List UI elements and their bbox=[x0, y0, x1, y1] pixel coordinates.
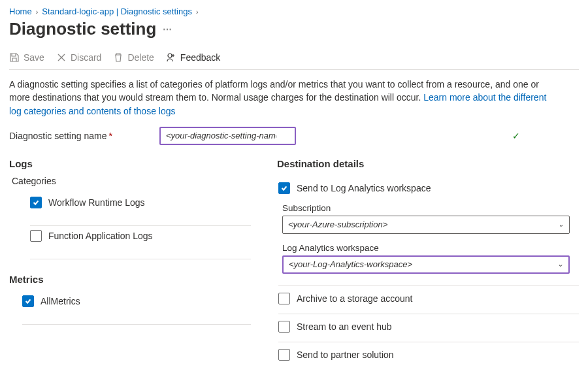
discard-icon bbox=[56, 52, 67, 63]
send-to-law-checkbox[interactable] bbox=[278, 182, 290, 194]
send-to-law-label: Send to Log Analytics workspace bbox=[297, 183, 431, 193]
categories-heading: Categories bbox=[12, 176, 251, 186]
setting-name-label-text: Diagnostic setting name bbox=[9, 131, 106, 141]
save-icon bbox=[9, 52, 20, 63]
breadcrumb-home[interactable]: Home bbox=[9, 7, 32, 16]
discard-label: Discard bbox=[71, 52, 101, 63]
workspace-value: <your-Log-Analytics-workspace> bbox=[289, 259, 412, 269]
workflow-runtime-logs-checkbox[interactable] bbox=[30, 197, 42, 208]
discard-button[interactable]: Discard bbox=[56, 52, 101, 63]
page-title-text: Diagnostic setting bbox=[9, 19, 156, 39]
all-metrics-label: AllMetrics bbox=[41, 296, 80, 306]
breadcrumb: Home › Standard-logic-app | Diagnostic s… bbox=[9, 7, 579, 16]
subscription-value: <your-Azure-subscription> bbox=[288, 220, 387, 229]
validation-check-icon: ✓ bbox=[512, 131, 520, 141]
all-metrics-checkbox[interactable] bbox=[22, 295, 34, 307]
function-application-logs-checkbox[interactable] bbox=[30, 230, 42, 242]
send-partner-label: Send to partner solution bbox=[297, 350, 394, 360]
send-partner-checkbox[interactable] bbox=[278, 349, 290, 361]
stream-eventhub-checkbox[interactable] bbox=[278, 321, 290, 333]
subscription-label: Subscription bbox=[282, 203, 579, 213]
destination-archive: Archive to a storage account bbox=[278, 286, 579, 314]
svg-point-0 bbox=[168, 54, 172, 57]
logs-heading: Logs bbox=[9, 158, 251, 169]
feedback-button[interactable]: Feedback bbox=[166, 52, 220, 63]
delete-label: Delete bbox=[127, 52, 154, 63]
workspace-label: Log Analytics workspace bbox=[282, 243, 579, 253]
function-application-logs-label: Function Application Logs bbox=[48, 231, 153, 241]
delete-icon bbox=[113, 52, 123, 63]
setting-name-row: Diagnostic setting name* ✓ bbox=[9, 127, 579, 145]
destination-law: Send to Log Analytics workspace Subscrip… bbox=[278, 176, 579, 286]
description: A diagnostic setting specifies a list of… bbox=[9, 78, 558, 118]
more-menu[interactable]: ⋯ bbox=[163, 24, 172, 35]
required-asterisk: * bbox=[108, 131, 112, 141]
metric-row: AllMetrics bbox=[22, 291, 251, 325]
destination-eventhub: Stream to an event hub bbox=[278, 314, 579, 342]
chevron-down-icon: ⌄ bbox=[557, 260, 563, 269]
workspace-dropdown[interactable]: <your-Log-Analytics-workspace> ⌄ bbox=[282, 255, 570, 274]
destination-partner: Send to partner solution bbox=[278, 342, 579, 370]
page-title: Diagnostic setting ⋯ bbox=[9, 19, 579, 39]
chevron-right-icon: › bbox=[36, 8, 39, 16]
chevron-right-icon: › bbox=[196, 8, 199, 16]
workflow-runtime-logs-label: Workflow Runtime Logs bbox=[48, 197, 145, 208]
subscription-dropdown[interactable]: <your-Azure-subscription> ⌄ bbox=[282, 216, 570, 234]
feedback-label: Feedback bbox=[180, 52, 220, 63]
log-category-row: Function Application Logs bbox=[30, 226, 251, 259]
archive-storage-label: Archive to a storage account bbox=[297, 293, 412, 304]
destination-heading: Destination details bbox=[277, 158, 579, 169]
save-label: Save bbox=[24, 52, 44, 63]
setting-name-label: Diagnostic setting name* bbox=[9, 131, 159, 141]
command-bar: Save Discard Delete Feedback bbox=[9, 51, 579, 70]
archive-storage-checkbox[interactable] bbox=[278, 293, 290, 304]
save-button[interactable]: Save bbox=[9, 52, 44, 63]
log-category-row: Workflow Runtime Logs bbox=[30, 193, 251, 226]
stream-eventhub-label: Stream to an event hub bbox=[297, 321, 392, 332]
breadcrumb-app[interactable]: Standard-logic-app | Diagnostic settings bbox=[42, 7, 192, 16]
chevron-down-icon: ⌄ bbox=[558, 220, 564, 229]
delete-button[interactable]: Delete bbox=[113, 52, 154, 63]
metrics-heading: Metrics bbox=[9, 274, 251, 285]
setting-name-input[interactable] bbox=[159, 127, 296, 145]
feedback-icon bbox=[166, 52, 176, 63]
